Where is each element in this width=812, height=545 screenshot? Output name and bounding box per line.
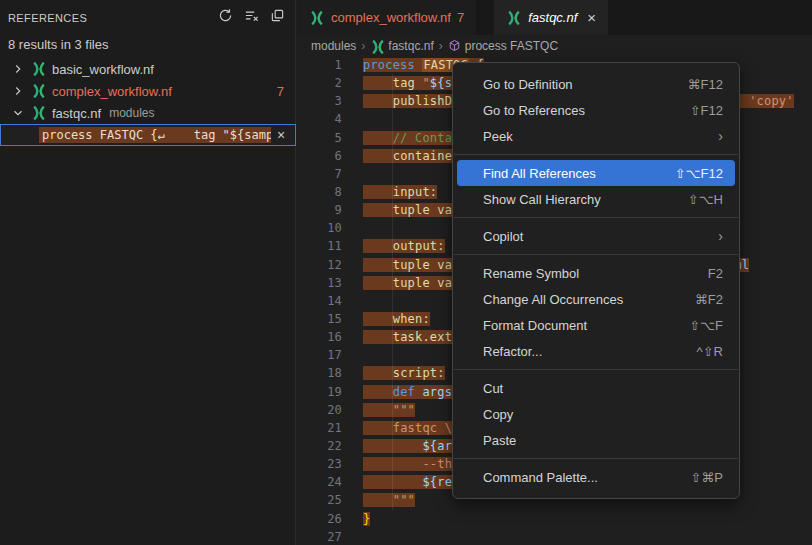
file-row-complex_workflow.nf[interactable]: complex_workflow.nf7 bbox=[0, 80, 296, 102]
menu-separator bbox=[454, 154, 738, 155]
line-number: 16 bbox=[297, 328, 351, 346]
collapse-all-icon bbox=[270, 8, 285, 27]
menu-item-shortcut: ^⇧R bbox=[697, 344, 723, 359]
menu-item-copy[interactable]: Copy bbox=[457, 401, 735, 427]
nextflow-icon bbox=[31, 105, 47, 121]
menu-item-paste[interactable]: Paste bbox=[457, 427, 735, 453]
submenu-arrow-icon: › bbox=[718, 128, 723, 144]
nextflow-icon bbox=[309, 10, 325, 26]
line-number: 19 bbox=[297, 383, 351, 401]
results-summary: 8 results in 3 files bbox=[0, 35, 295, 58]
menu-item-shortcut: ⌘F12 bbox=[688, 77, 723, 92]
code-token: output: bbox=[393, 239, 445, 253]
breadcrumb-label: modules bbox=[311, 39, 356, 53]
breadcrumb-item-process FASTQC[interactable]: process FASTQC bbox=[448, 39, 558, 53]
line-number: 22 bbox=[297, 437, 351, 455]
file-label: complex_workflow.nf bbox=[52, 84, 172, 99]
file-row-basic_workflow.nf[interactable]: basic_workflow.nf bbox=[0, 58, 296, 80]
menu-separator bbox=[454, 217, 738, 218]
menu-item-peek[interactable]: Peek› bbox=[457, 123, 735, 149]
code-token: } bbox=[363, 512, 370, 526]
menu-item-label: Rename Symbol bbox=[483, 266, 708, 281]
code-token: tuple bbox=[393, 203, 430, 217]
menu-item-copilot[interactable]: Copilot› bbox=[457, 223, 735, 249]
result-row[interactable]: process FASTQC {↵ tag "${samp... × bbox=[0, 124, 296, 146]
menu-separator bbox=[454, 254, 738, 255]
menu-item-find-all-references[interactable]: Find All References⇧⌥F12 bbox=[457, 160, 735, 186]
menu-item-label: Peek bbox=[483, 129, 718, 144]
line-number: 5 bbox=[297, 129, 351, 147]
code-line-26[interactable]: 26} bbox=[297, 510, 812, 528]
tab-bar: complex_workflow.nf7 fastqc.nf× bbox=[297, 0, 812, 35]
result-close-icon[interactable]: × bbox=[277, 128, 285, 142]
menu-item-refactor-[interactable]: Refactor...^⇧R bbox=[457, 338, 735, 364]
breadcrumb: modules› fastqc.nf› process FASTQC bbox=[297, 35, 812, 56]
menu-item-label: Cut bbox=[483, 381, 723, 396]
chevron-right-icon[interactable] bbox=[10, 61, 26, 77]
line-number: 14 bbox=[297, 292, 351, 310]
line-number: 10 bbox=[297, 219, 351, 237]
file-description: modules bbox=[109, 106, 154, 120]
menu-item-cut[interactable]: Cut bbox=[457, 375, 735, 401]
refresh-button[interactable] bbox=[215, 8, 235, 28]
clear-all-button[interactable] bbox=[241, 8, 261, 28]
tab-label: complex_workflow.nf bbox=[331, 10, 451, 25]
menu-item-label: Paste bbox=[483, 433, 723, 448]
code-token: container bbox=[393, 149, 460, 163]
breadcrumb-item-modules[interactable]: modules bbox=[311, 39, 356, 53]
menu-item-shortcut: F2 bbox=[708, 266, 723, 281]
breadcrumb-separator: › bbox=[361, 39, 365, 53]
menu-item-rename-symbol[interactable]: Rename SymbolF2 bbox=[457, 260, 735, 286]
line-number: 27 bbox=[297, 528, 351, 545]
menu-item-label: Find All References bbox=[483, 166, 675, 181]
code-token bbox=[363, 94, 393, 108]
line-number: 13 bbox=[297, 274, 351, 292]
breadcrumb-label: fastqc.nf bbox=[388, 39, 433, 53]
count-badge: 7 bbox=[277, 84, 284, 99]
menu-item-go-to-references[interactable]: Go to References⇧F12 bbox=[457, 97, 735, 123]
code-token bbox=[363, 76, 393, 90]
code-token bbox=[363, 366, 393, 380]
line-number: 12 bbox=[297, 256, 351, 274]
result-match-text: process FASTQC {↵ tag "${samp... bbox=[39, 127, 271, 143]
breadcrumb-item-fastqc.nf[interactable]: fastqc.nf bbox=[370, 39, 433, 53]
code-token bbox=[363, 330, 393, 344]
tab-complex_workflow.nf[interactable]: complex_workflow.nf7 bbox=[297, 0, 476, 35]
menu-item-label: Go to References bbox=[483, 103, 690, 118]
code-token: def bbox=[393, 385, 415, 399]
tab-fastqc.nf[interactable]: fastqc.nf× bbox=[494, 0, 608, 35]
submenu-arrow-icon: › bbox=[718, 228, 723, 244]
code-token: tuple bbox=[393, 276, 430, 290]
menu-item-show-call-hierarchy[interactable]: Show Call Hierarchy⇧⌥H bbox=[457, 186, 735, 212]
menu-item-shortcut: ⇧⌥F12 bbox=[675, 166, 723, 181]
breadcrumb-separator: › bbox=[439, 39, 443, 53]
code-token bbox=[363, 185, 393, 199]
collapse-all-button[interactable] bbox=[267, 8, 287, 28]
code-token bbox=[363, 403, 393, 417]
menu-item-change-all-occurrences[interactable]: Change All Occurrences⌘F2 bbox=[457, 286, 735, 312]
menu-item-label: Copilot bbox=[483, 229, 718, 244]
file-row-fastqc.nf[interactable]: fastqc.nfmodules bbox=[0, 102, 296, 124]
line-number: 26 bbox=[297, 510, 351, 528]
tab-close-icon[interactable]: × bbox=[587, 9, 596, 26]
breadcrumb-label: process FASTQC bbox=[465, 39, 558, 53]
menu-item-command-palette-[interactable]: Command Palette...⇧⌘P bbox=[457, 464, 735, 490]
code-line-27[interactable]: 27 bbox=[297, 528, 812, 545]
menu-item-format-document[interactable]: Format Document⇧⌥F bbox=[457, 312, 735, 338]
code-token: script: bbox=[393, 366, 445, 380]
menu-item-label: Refactor... bbox=[483, 344, 697, 359]
line-number: 23 bbox=[297, 455, 351, 473]
line-number: 20 bbox=[297, 401, 351, 419]
chevron-right-icon[interactable] bbox=[10, 83, 26, 99]
refresh-icon bbox=[218, 8, 233, 27]
menu-item-go-to-definition[interactable]: Go to Definition⌘F12 bbox=[457, 71, 735, 97]
menu-item-label: Format Document bbox=[483, 318, 689, 333]
panel-actions bbox=[215, 8, 287, 28]
code-token: args bbox=[422, 385, 452, 399]
nextflow-icon bbox=[31, 83, 47, 99]
code-token bbox=[363, 421, 393, 435]
chevron-down-icon[interactable] bbox=[10, 105, 26, 121]
line-number: 11 bbox=[297, 237, 351, 255]
line-number: 9 bbox=[297, 201, 351, 219]
menu-item-shortcut: ⇧⌘P bbox=[690, 470, 723, 485]
